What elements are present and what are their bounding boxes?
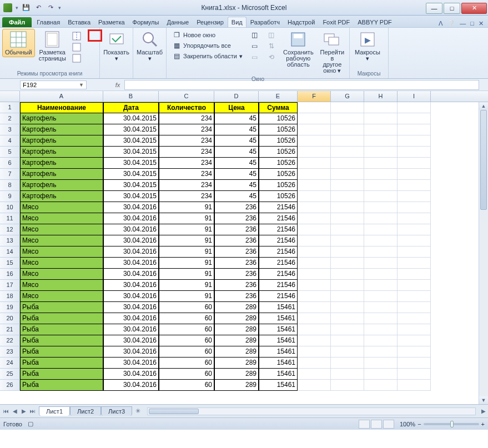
data-cell[interactable]: 91 <box>159 235 214 246</box>
data-cell[interactable]: Мясо <box>20 258 103 269</box>
data-cell[interactable]: 234 <box>159 169 214 180</box>
empty-cell[interactable] <box>298 180 331 191</box>
sheet-nav-first-icon[interactable]: ⏮ <box>2 408 10 414</box>
empty-cell[interactable] <box>364 246 398 258</box>
data-cell[interactable]: 30.04.2016 <box>103 291 159 302</box>
reset-position-button[interactable]: ⟲ <box>265 52 278 62</box>
row-header[interactable]: 19 <box>0 302 20 313</box>
data-cell[interactable]: 60 <box>159 324 214 335</box>
data-cell[interactable]: 45 <box>214 147 259 158</box>
data-cell[interactable]: 21546 <box>259 269 298 280</box>
empty-cell[interactable] <box>298 135 331 147</box>
sync-scroll-button[interactable]: ⇅ <box>265 41 278 51</box>
data-cell[interactable]: 21546 <box>259 246 298 258</box>
select-all-corner[interactable] <box>0 91 20 102</box>
hide-button[interactable]: ▭ <box>248 41 261 51</box>
data-cell[interactable]: 236 <box>214 213 259 224</box>
empty-cell[interactable] <box>398 191 431 202</box>
data-cell[interactable]: 30.04.2016 <box>103 358 159 369</box>
empty-cell[interactable] <box>331 324 364 335</box>
empty-cell[interactable] <box>331 358 364 369</box>
empty-cell[interactable] <box>331 213 364 224</box>
data-cell[interactable]: Картофель <box>20 169 103 180</box>
data-cell[interactable]: 289 <box>214 313 259 324</box>
empty-cell[interactable] <box>398 224 431 235</box>
file-tab[interactable]: Файл <box>2 17 32 27</box>
sheet-tab-0[interactable]: Лист1 <box>39 406 70 416</box>
empty-cell[interactable] <box>398 280 431 291</box>
column-header-B[interactable]: B <box>103 91 159 102</box>
row-header[interactable]: 10 <box>0 202 20 213</box>
empty-cell[interactable] <box>398 169 431 180</box>
data-cell[interactable]: 15461 <box>259 358 298 369</box>
empty-cell[interactable] <box>398 202 431 213</box>
data-cell[interactable]: Рыба <box>20 380 103 391</box>
empty-cell[interactable] <box>298 380 331 391</box>
row-header[interactable]: 26 <box>0 380 20 391</box>
row-header[interactable]: 3 <box>0 124 20 135</box>
data-cell[interactable]: Картофель <box>20 124 103 135</box>
ribbon-tab-6[interactable]: Вид <box>228 17 246 27</box>
empty-cell[interactable] <box>364 280 398 291</box>
row-header[interactable]: 24 <box>0 358 20 369</box>
data-cell[interactable]: 289 <box>214 324 259 335</box>
empty-cell[interactable] <box>331 313 364 324</box>
data-cell[interactable]: 91 <box>159 224 214 235</box>
empty-cell[interactable] <box>298 213 331 224</box>
data-cell[interactable]: 30.04.2015 <box>103 147 159 158</box>
zoom-slider[interactable] <box>424 423 479 425</box>
data-cell[interactable]: Мясо <box>20 280 103 291</box>
data-cell[interactable]: 91 <box>159 291 214 302</box>
empty-cell[interactable] <box>331 202 364 213</box>
data-cell[interactable]: 234 <box>159 191 214 202</box>
empty-cell[interactable] <box>298 280 331 291</box>
empty-cell[interactable] <box>331 169 364 180</box>
column-header-A[interactable]: A <box>20 91 103 102</box>
data-cell[interactable]: 236 <box>214 224 259 235</box>
data-cell[interactable]: 21546 <box>259 280 298 291</box>
data-cell[interactable]: Мясо <box>20 235 103 246</box>
data-cell[interactable]: Картофель <box>20 147 103 158</box>
data-cell[interactable]: 236 <box>214 269 259 280</box>
spreadsheet-grid[interactable]: ABCDEFGHI 1НаименованиеДатаКоличествоЦен… <box>0 91 488 404</box>
data-cell[interactable]: 45 <box>214 158 259 169</box>
data-cell[interactable]: 15461 <box>259 302 298 313</box>
freeze-panes-button[interactable]: ▤Закрепить области ▾ <box>170 51 245 61</box>
empty-cell[interactable] <box>364 346 398 358</box>
side-by-side-button[interactable]: ◫ <box>265 30 278 40</box>
empty-cell[interactable] <box>298 324 331 335</box>
data-cell[interactable]: 91 <box>159 246 214 258</box>
row-header[interactable]: 20 <box>0 313 20 324</box>
data-cell[interactable]: 15461 <box>259 313 298 324</box>
doc-close-icon[interactable]: ✕ <box>479 20 484 27</box>
empty-cell[interactable] <box>398 235 431 246</box>
data-cell[interactable]: 45 <box>214 191 259 202</box>
empty-cell[interactable] <box>331 246 364 258</box>
data-cell[interactable]: 60 <box>159 335 214 346</box>
data-cell[interactable]: Рыба <box>20 346 103 358</box>
empty-cell[interactable] <box>331 147 364 158</box>
doc-restore-icon[interactable]: □ <box>470 20 474 27</box>
empty-cell[interactable] <box>364 169 398 180</box>
data-cell[interactable]: 91 <box>159 202 214 213</box>
data-cell[interactable]: Картофель <box>20 135 103 147</box>
empty-cell[interactable] <box>298 191 331 202</box>
data-cell[interactable]: 15461 <box>259 369 298 380</box>
data-cell[interactable]: 30.04.2016 <box>103 313 159 324</box>
row-header[interactable]: 22 <box>0 335 20 346</box>
qat-dropdown-icon[interactable]: ▾ <box>16 5 18 11</box>
empty-cell[interactable] <box>298 202 331 213</box>
data-cell[interactable]: 30.04.2016 <box>103 369 159 380</box>
empty-cell[interactable] <box>298 147 331 158</box>
empty-cell[interactable] <box>398 258 431 269</box>
data-cell[interactable]: 10526 <box>259 113 298 124</box>
split-button[interactable]: ◫ <box>248 30 261 40</box>
ribbon-tab-1[interactable]: Вставка <box>64 17 94 27</box>
data-cell[interactable]: Рыба <box>20 335 103 346</box>
data-cell[interactable]: 45 <box>214 180 259 191</box>
minimize-button[interactable]: — <box>426 3 442 14</box>
row-header[interactable]: 8 <box>0 180 20 191</box>
empty-cell[interactable] <box>364 180 398 191</box>
new-window-button[interactable]: ❐Новое окно <box>170 30 245 40</box>
empty-cell[interactable] <box>364 213 398 224</box>
